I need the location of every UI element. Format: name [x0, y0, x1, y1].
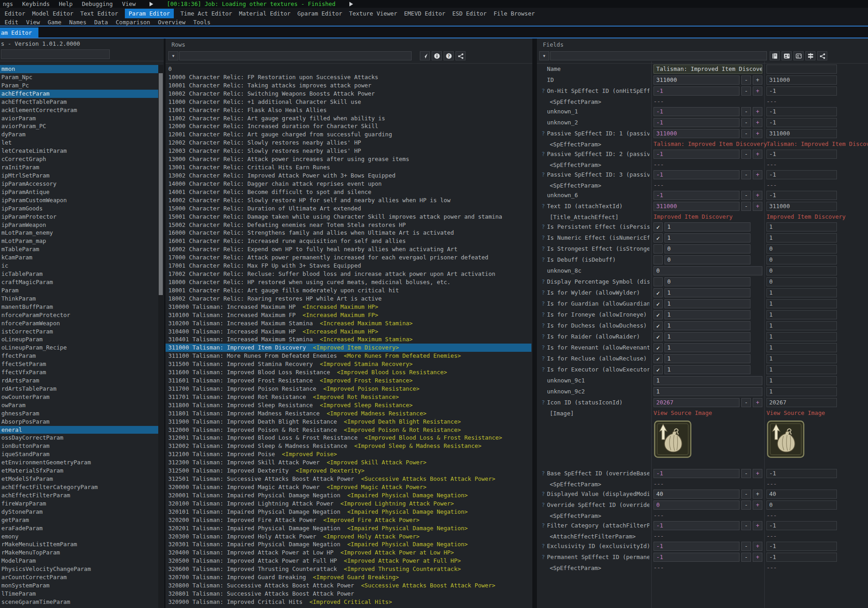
field-input[interactable]: 0 [664, 244, 750, 253]
field-input[interactable]: 1 [664, 233, 750, 242]
menu-item-comparison[interactable]: Comparison [116, 19, 150, 26]
param-list-item[interactable]: eraFadeParam [0, 524, 158, 533]
contact-card-filled-icon[interactable] [782, 51, 792, 60]
param-list-item[interactable]: kCamParam [0, 253, 158, 262]
menu-item-overview[interactable]: Overview [158, 19, 185, 26]
tab-param-editor[interactable]: am Editor [0, 27, 38, 38]
field-input[interactable]: 311000 [654, 129, 739, 138]
increment-button[interactable]: + [753, 86, 762, 96]
play-icon[interactable] [349, 2, 353, 6]
param-row[interactable]: 311800 Talisman: Improved Sleep Resistan… [166, 401, 531, 409]
share-icon[interactable] [455, 51, 466, 60]
param-row[interactable]: 18000 Character Relic: HP restored when … [166, 278, 531, 286]
field-input[interactable]: 1 [654, 387, 762, 396]
signpost-icon[interactable] [805, 51, 815, 60]
param-row[interactable]: 320100 Talisman: Improved Lightning Atta… [166, 500, 531, 508]
param-row[interactable]: 17002 Character Relic: Recluse: Suffer b… [166, 270, 531, 278]
decrement-button[interactable]: - [741, 469, 751, 478]
field-checkbox[interactable] [654, 244, 663, 253]
increment-button[interactable]: + [753, 542, 762, 551]
field-checkbox[interactable] [654, 277, 663, 286]
menu-item-help[interactable]: Help [59, 0, 73, 7]
param-list-item[interactable]: etMaterialSfxParam [0, 467, 158, 475]
field-input[interactable]: 1 [664, 365, 750, 374]
field-input[interactable]: -1 [654, 521, 739, 530]
rows-search-input[interactable] [179, 51, 412, 60]
share-icon[interactable] [817, 51, 827, 60]
param-row[interactable]: 16000 Character Relic: Strengthens famil… [166, 229, 531, 237]
param-row[interactable]: 310100 Talisman: Increased Maximum FP <I… [166, 311, 531, 319]
increment-button[interactable]: + [753, 191, 762, 200]
param-list-item[interactable]: nforceParamProtector [0, 311, 158, 319]
menu-item-tools[interactable]: Tools [193, 19, 211, 26]
param-list-item[interactable]: mLotParam_map [0, 237, 158, 245]
field-input[interactable]: 0 [654, 500, 739, 510]
param-list-item[interactable]: AbsorpPosParam [0, 418, 158, 426]
param-list-item[interactable]: let [0, 139, 158, 147]
param-list-item[interactable]: Param_Pc [0, 81, 158, 90]
increment-button[interactable]: + [753, 107, 762, 116]
param-list-item[interactable]: ModelParam [0, 557, 158, 565]
param-row[interactable]: 310401 Talisman: Increased Maximum Stami… [166, 335, 531, 344]
field-input[interactable]: 1 [664, 222, 750, 231]
info-icon[interactable] [432, 51, 442, 60]
menu-item-material-editor[interactable]: Material Editor [239, 10, 290, 17]
increment-button[interactable]: + [753, 150, 762, 159]
param-row[interactable]: 12002 Character Relic: Slowly restores n… [166, 139, 531, 147]
help-icon[interactable]: ? [444, 51, 454, 60]
decrement-button[interactable]: - [741, 542, 751, 551]
field-input[interactable]: -1 [654, 150, 739, 159]
param-list-item[interactable]: fireWarpParam [0, 500, 158, 508]
field-checkbox[interactable]: ✓ [654, 310, 663, 319]
param-row[interactable]: 312100 Talisman: Improved Poise <Improve… [166, 450, 531, 458]
param-row[interactable]: 14001 Character Relic: Become difficult … [166, 188, 531, 196]
param-row[interactable]: 11001 Character Relic: Flask Also Heals … [166, 106, 531, 114]
param-row[interactable]: 16001 Character Relic: Increased rune ac… [166, 237, 531, 245]
increment-button[interactable]: + [753, 500, 762, 510]
field-input[interactable]: -1 [654, 553, 739, 562]
param-list-item[interactable]: oLineupParam_Recipe [0, 344, 158, 352]
param-row[interactable]: 10001 Character Relic: Taking attacks im… [166, 81, 531, 90]
param-row[interactable]: 18001 Character Relic: Art gauge fills m… [166, 286, 531, 295]
field-input[interactable]: 311000 [654, 202, 739, 211]
field-input[interactable]: 20267 [654, 398, 739, 407]
param-list-item[interactable]: iqueStandParam [0, 450, 158, 458]
param-row[interactable]: 312002 Talisman: Improved Sleep & Madnes… [166, 442, 531, 450]
param-list-item[interactable]: Param_Npc [0, 73, 158, 81]
param-row[interactable]: 13001 Character Relic: Critical Hits Ear… [166, 163, 531, 172]
param-row[interactable]: 310200 Talisman: Increased Maximum Stami… [166, 319, 531, 328]
param-list-item[interactable]: etEnvironmentGeometryParam [0, 458, 158, 467]
field-checkbox[interactable]: ✓ [654, 332, 663, 341]
field-input[interactable]: 1 [664, 288, 750, 297]
param-row[interactable]: 311600 Talisman: Improved Blood Loss Res… [166, 368, 531, 377]
increment-button[interactable]: + [753, 118, 762, 127]
param-list-item[interactable]: PhysicsVelocityChangeParam [0, 565, 158, 573]
field-input[interactable]: -1 [654, 191, 739, 200]
param-row[interactable]: 312300 Talisman: Improved Skill Attack P… [166, 458, 531, 467]
param-row[interactable]: 10002 Character Relic: Switching Weapons… [166, 90, 531, 98]
menu-item-time-act-editor[interactable]: Time Act Editor [181, 10, 232, 17]
param-row[interactable]: 320900 Talisman: Improved Critical Hits … [166, 598, 531, 606]
field-input[interactable]: -1 [654, 469, 739, 478]
param-row[interactable]: 311000 Talisman: Improved Item Discovery… [166, 344, 531, 352]
param-row[interactable]: 320500 Talisman: Improved Attack Power a… [166, 557, 531, 565]
menu-item-file-browser[interactable]: File Browser [493, 10, 535, 17]
param-list-item[interactable]: craftMagicParam [0, 278, 158, 286]
field-checkbox[interactable]: ✓ [654, 233, 663, 242]
param-list-item[interactable]: cCorrectGraph [0, 155, 158, 163]
field-checkbox[interactable] [654, 255, 663, 264]
menu-item-editor[interactable]: Editor [5, 10, 25, 17]
param-list-item[interactable]: mLotParam_enemy [0, 229, 158, 237]
param-row[interactable]: 311100 Talisman: More Runes From Defeate… [166, 352, 531, 360]
field-input[interactable]: -1 [654, 170, 739, 179]
field-input[interactable]: 0 [654, 266, 762, 275]
field-checkbox[interactable]: ✓ [654, 365, 663, 374]
menu-item-texture-viewer[interactable]: Texture Viewer [349, 10, 397, 17]
field-input[interactable]: 1 [664, 299, 750, 308]
param-row[interactable]: 15000 Character Relic: Duration of Ultim… [166, 204, 531, 213]
param-list-item[interactable]: getParam [0, 516, 158, 524]
menu-item-esd-editor[interactable]: ESD Editor [452, 10, 487, 17]
param-row[interactable]: 16002 Character Relic: Expend own HP to … [166, 245, 531, 253]
param-list-item[interactable]: ipParamCustomWeapon [0, 196, 158, 204]
param-row[interactable]: 311601 Talisman: Improved Frost Resistan… [166, 377, 531, 385]
